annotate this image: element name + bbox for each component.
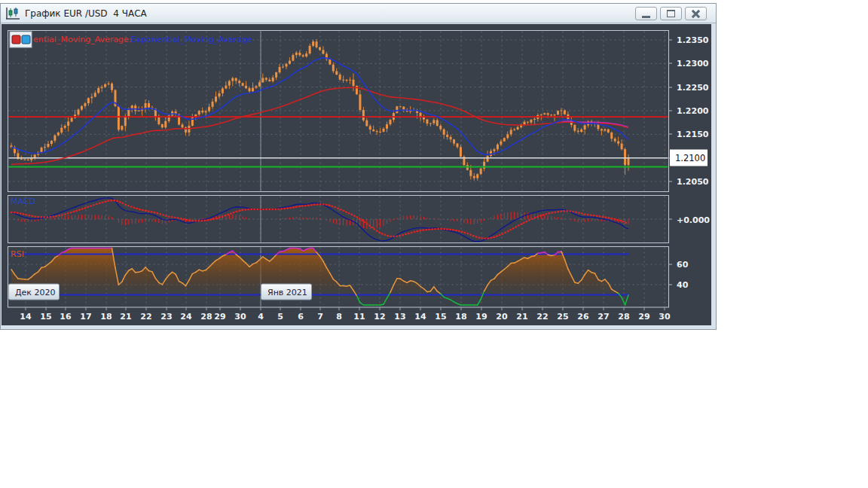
candle-body (332, 65, 335, 72)
candle-body (610, 133, 613, 139)
candle-body (540, 114, 542, 115)
current-price-value: 1.2100 (675, 153, 705, 163)
legend-red-toggle[interactable] (12, 35, 20, 44)
candle-body (235, 78, 237, 81)
candle-body (527, 122, 529, 123)
candle-body (50, 141, 53, 144)
chart-canvas[interactable]: MACDRSIДек 2020Янв 2021ential_Moving_Ave… (2, 24, 711, 325)
chart-area: MACDRSIДек 2020Янв 2021ential_Moving_Ave… (2, 24, 711, 325)
close-icon (692, 10, 700, 18)
candle-body (215, 96, 217, 102)
candle-body (64, 126, 66, 128)
time-axis-label: 8 (336, 312, 342, 322)
candle-body (157, 117, 160, 124)
candle-body (279, 67, 281, 72)
candle-body (543, 113, 546, 114)
candle-body (550, 114, 552, 115)
candle-body (252, 88, 254, 92)
time-axis-label: 7 (317, 312, 323, 322)
candle-body (329, 59, 331, 65)
time-axis-label: 27 (598, 312, 609, 322)
candle-body (365, 120, 368, 127)
macd-axis-label: +0.000 (677, 215, 710, 225)
legend-blue-toggle[interactable] (22, 35, 30, 44)
legend-red-label: ential_Moving_Average: (33, 35, 132, 44)
candle-body (295, 53, 298, 55)
candle-body (282, 66, 284, 67)
candle-body (349, 80, 351, 81)
candle-body (547, 113, 549, 114)
date-marker[interactable]: Дек 2020 (9, 284, 60, 300)
candle-body (322, 50, 324, 53)
candle-body (44, 147, 46, 148)
candle-body (564, 111, 566, 114)
candle-body (124, 116, 127, 126)
window-controls (635, 7, 707, 20)
time-axis-label: 26 (577, 312, 589, 322)
time-axis-label: 30 (234, 312, 246, 322)
price-axis-label: 1.2350 (677, 35, 709, 45)
candle-body (493, 149, 495, 151)
macd-label: MACD (11, 197, 35, 206)
candle-body (191, 117, 194, 126)
time-axis-label: 24 (180, 312, 192, 322)
candle-body (34, 154, 36, 157)
candle-body (111, 84, 113, 90)
time-axis-label: 14 (20, 312, 32, 322)
time-axis-label: 12 (374, 312, 385, 322)
candle-body (420, 113, 422, 117)
candle-body (302, 55, 304, 56)
candle-body (607, 130, 610, 133)
candle-body (436, 120, 439, 125)
candle-body (560, 111, 562, 111)
candle-body (497, 145, 499, 149)
legend-blue-label: Exponential_Moving_Average (131, 35, 252, 44)
candle-body (298, 53, 301, 55)
candle-body (469, 170, 472, 176)
candle-body (480, 169, 482, 174)
app-window: График EUR /USD 4 ЧАСА MACDRSIДек 2020Ян… (0, 3, 717, 330)
time-axis-label: 28 (200, 312, 212, 322)
candle-body (601, 129, 603, 130)
candle-body (305, 53, 307, 56)
candle-body (580, 130, 582, 132)
time-axis-label: 16 (60, 312, 72, 322)
candle-body (517, 127, 519, 130)
date-marker[interactable]: Янв 2021 (261, 284, 312, 300)
candle-body (621, 144, 623, 150)
price-axis-label: 1.2200 (677, 106, 709, 116)
candle-body (309, 46, 311, 53)
price-axis-label: 1.2300 (677, 59, 709, 69)
time-axis-label: 19 (475, 312, 487, 322)
candle-body (94, 93, 96, 96)
candle-body (108, 84, 110, 84)
candle-body (369, 126, 371, 130)
candle-body (101, 87, 103, 87)
candle-body (161, 124, 164, 127)
candle-body (342, 80, 344, 81)
close-button[interactable] (685, 7, 707, 20)
titlebar[interactable]: График EUR /USD 4 ЧАСА (1, 4, 716, 23)
time-axis-label: 23 (160, 312, 172, 322)
rsi-axis-label: 40 (677, 280, 689, 290)
candle-body (573, 125, 576, 131)
candle-body (500, 142, 502, 145)
time-axis-label: 15 (435, 312, 446, 322)
candle-body (487, 156, 489, 162)
time-axis-label: 21 (516, 312, 527, 322)
candle-body (90, 97, 93, 99)
restore-button[interactable] (660, 7, 682, 20)
candle-body (312, 41, 314, 46)
time-axis-label: 18 (100, 312, 112, 322)
candle-body (624, 149, 626, 165)
candle-body (376, 131, 378, 132)
candle-body (339, 75, 341, 80)
candle-body (292, 55, 294, 61)
minimize-button[interactable] (635, 7, 657, 20)
current-price-tag: 1.2100 (670, 150, 708, 166)
candle-body (533, 119, 536, 120)
candle-body (289, 61, 291, 64)
candle-body (231, 78, 234, 81)
candle-body (242, 83, 244, 86)
candle-body (429, 124, 432, 124)
